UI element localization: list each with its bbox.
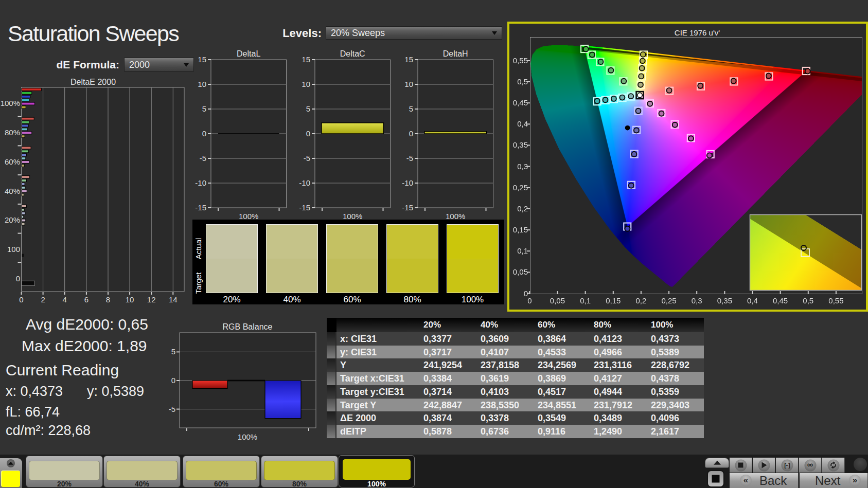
svg-text:15: 15 xyxy=(302,55,310,64)
svg-text:0,05: 0,05 xyxy=(513,267,528,276)
svg-text:DeltaL: DeltaL xyxy=(237,49,260,58)
svg-text:0,3: 0,3 xyxy=(517,162,528,171)
svg-text:0,05: 0,05 xyxy=(550,296,565,305)
svg-text:5: 5 xyxy=(306,104,310,113)
svg-text:6: 6 xyxy=(84,295,88,304)
svg-text:100: 100 xyxy=(7,245,20,254)
svg-text:DeltaE 2000: DeltaE 2000 xyxy=(70,78,116,86)
svg-text:0,35: 0,35 xyxy=(513,140,528,149)
svg-text:-15: -15 xyxy=(402,203,413,212)
svg-text:0: 0 xyxy=(171,376,175,385)
svg-text:60%: 60% xyxy=(5,157,20,166)
svg-text:0,45: 0,45 xyxy=(513,98,528,107)
svg-text:0,35: 0,35 xyxy=(717,296,732,305)
svg-text:40%: 40% xyxy=(5,187,20,195)
svg-text:0,5: 0,5 xyxy=(517,77,528,86)
svg-text:-15: -15 xyxy=(195,203,206,212)
svg-text:-15: -15 xyxy=(299,203,310,212)
svg-text:-10: -10 xyxy=(299,178,310,187)
svg-text:0,15: 0,15 xyxy=(606,296,621,305)
svg-text:-5: -5 xyxy=(200,154,206,162)
svg-text:0,5: 0,5 xyxy=(803,296,813,305)
svg-text:20%: 20% xyxy=(5,215,20,224)
svg-text:-10: -10 xyxy=(402,178,413,187)
svg-text:0,25: 0,25 xyxy=(661,296,676,305)
svg-text:0,1: 0,1 xyxy=(517,246,528,255)
svg-text:5: 5 xyxy=(409,104,413,113)
svg-text:-5: -5 xyxy=(406,154,413,162)
svg-text:0,2: 0,2 xyxy=(517,204,528,213)
svg-text:DeltaC: DeltaC xyxy=(340,49,365,58)
svg-text:100%: 100% xyxy=(1,99,20,107)
svg-text:5: 5 xyxy=(171,347,175,356)
svg-text:0: 0 xyxy=(409,129,413,138)
svg-text:12: 12 xyxy=(147,295,156,304)
svg-text:-10: -10 xyxy=(195,178,206,187)
svg-text:8: 8 xyxy=(106,295,110,304)
svg-text:0,1: 0,1 xyxy=(580,296,591,305)
svg-text:2: 2 xyxy=(41,295,45,304)
svg-text:0,55: 0,55 xyxy=(513,56,528,65)
svg-text:15: 15 xyxy=(404,55,413,64)
svg-text:0: 0 xyxy=(19,295,23,304)
svg-text:0: 0 xyxy=(306,129,310,138)
svg-text:10: 10 xyxy=(126,295,134,304)
svg-text:0: 0 xyxy=(202,129,206,138)
svg-text:100%: 100% xyxy=(238,432,257,440)
svg-text:0,15: 0,15 xyxy=(513,225,528,234)
svg-text:15: 15 xyxy=(198,55,206,64)
svg-text:DeltaH: DeltaH xyxy=(443,49,468,58)
svg-text:10: 10 xyxy=(302,80,310,88)
svg-text:0: 0 xyxy=(527,296,532,305)
svg-text:0,4: 0,4 xyxy=(517,119,528,128)
svg-text:-5: -5 xyxy=(169,405,175,413)
svg-text:-5: -5 xyxy=(304,154,310,162)
svg-text:0,4: 0,4 xyxy=(747,296,758,305)
svg-text:0,25: 0,25 xyxy=(513,183,528,192)
svg-text:0,45: 0,45 xyxy=(773,296,788,305)
svg-text:0,3: 0,3 xyxy=(692,296,702,305)
svg-text:10: 10 xyxy=(404,80,413,88)
svg-text:0,55: 0,55 xyxy=(828,296,843,305)
svg-text:10: 10 xyxy=(198,80,206,88)
svg-text:0: 0 xyxy=(524,289,528,298)
svg-text:80%: 80% xyxy=(5,128,20,137)
svg-text:5: 5 xyxy=(202,104,206,113)
svg-text:14: 14 xyxy=(169,295,178,304)
svg-text:4: 4 xyxy=(63,295,67,304)
svg-text:0,2: 0,2 xyxy=(635,296,646,305)
svg-text:0: 0 xyxy=(16,274,20,283)
svg-text:RGB Balance: RGB Balance xyxy=(223,322,273,331)
